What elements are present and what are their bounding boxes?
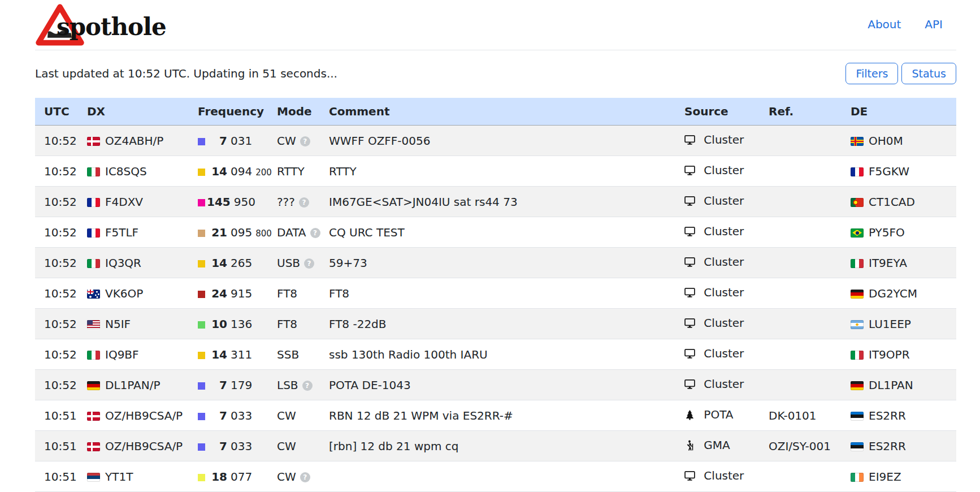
nav-link-api[interactable]: API [925,18,943,31]
nav-link-about[interactable]: About [868,18,901,31]
mode-help-icon[interactable]: ? [304,258,314,269]
dx-callsign[interactable]: DL1PAN/P [105,378,161,392]
flag-fr-icon [851,167,864,176]
ref-cell [764,248,846,278]
dx-callsign[interactable]: IQ9BF [105,348,139,361]
de-callsign[interactable]: DL1PAN [869,378,913,392]
de-callsign[interactable]: CT1CAD [869,195,915,209]
mode-help-icon[interactable]: ? [299,197,309,208]
de-callsign[interactable]: ES2RR [869,439,906,453]
frequency-khz: 033 [231,439,252,453]
source-label: Cluster [704,163,744,177]
ref-cell [764,156,846,187]
de-callsign[interactable]: F5GKW [869,165,909,178]
dx-cell: F4DXV [83,187,193,217]
source-label: GMA [704,438,730,452]
table-row: 10:51 YT1T 18077 CW? Cluster [35,461,956,492]
flag-dk-icon [87,412,100,421]
table-header-row: UTC DX Frequency Mode Comment Source Ref… [35,98,956,126]
dx-callsign[interactable]: F4DXV [105,195,143,209]
monitor-icon [684,196,695,209]
utc-cell: 10:52 [35,309,83,339]
dx-callsign[interactable]: IC8SQS [105,165,147,178]
de-cell: DL1PAN [846,370,956,400]
de-callsign[interactable]: ES2RR [869,409,906,422]
de-callsign[interactable]: OH0M [869,134,903,148]
page: spothole About API Last updated at 10:52… [35,0,956,492]
frequency-mhz: 18 [207,470,227,484]
band-color-swatch [198,474,205,481]
source-label: Cluster [704,255,744,269]
frequency-khz: 265 [231,256,252,270]
hiker-icon [684,440,695,454]
action-buttons: Filters Status [845,63,956,84]
dx-callsign[interactable]: F5TLF [105,226,138,239]
mode-help-icon[interactable]: ? [302,381,313,391]
dx-cell: IC8SQS [83,156,193,187]
dx-callsign[interactable]: IQ3QR [105,256,141,270]
de-callsign[interactable]: EI9EZ [869,470,901,484]
frequency-khz: 915 [231,287,252,300]
band-color-swatch [198,169,205,176]
header-source: Source [680,98,764,126]
frequency-mhz: 10 [207,317,227,331]
table-row: 10:51 OZ/HB9CSA/P 7033 CW [rbn] 12 db 21… [35,431,956,461]
dx-callsign[interactable]: OZ4ABH/P [105,134,163,148]
frequency-khz: 179 [231,378,252,392]
table-row: 10:52 IQ9BF 14311 SSB ssb 130th Radio 10… [35,339,956,370]
header-dx: DX [83,98,193,126]
de-callsign[interactable]: PY5FO [869,226,905,239]
dx-cell: OZ4ABH/P [83,126,193,156]
comment-cell: FT8 -22dB [324,309,680,339]
table-row: 10:51 OZ/HB9CSA/P 7033 CW RBN 12 dB 21 W… [35,400,956,431]
mode-label: LSB [277,378,298,392]
monitor-icon [684,379,695,392]
header-de: DE [846,98,956,126]
de-callsign[interactable]: LU1EEP [869,317,911,331]
frequency-mhz: 7 [207,409,227,422]
utc-cell: 10:52 [35,339,83,370]
de-callsign[interactable]: IT9OPR [869,348,910,361]
utc-cell: 10:51 [35,400,83,431]
band-color-swatch [198,291,205,298]
comment-cell: [rbn] 12 db 21 wpm cq [324,431,680,461]
dx-callsign[interactable]: VK6OP [105,287,143,300]
flag-br-icon [851,228,864,238]
dx-cell: IQ9BF [83,339,193,370]
table-row: 10:52 IQ3QR 14265 USB? 59+73 Cluster [35,248,956,278]
header-ref: Ref. [764,98,846,126]
spots-table: UTC DX Frequency Mode Comment Source Ref… [35,98,956,492]
ref-cell [764,309,846,339]
source-cell: Cluster [680,126,764,156]
source-label: Cluster [704,225,744,238]
frequency-cell: 14311 [193,339,272,370]
mode-cell: CW [272,400,324,431]
de-callsign[interactable]: IT9EYA [869,256,907,270]
mode-help-icon[interactable]: ? [310,228,320,238]
frequency-khz: 950 [234,195,255,209]
mode-help-icon[interactable]: ? [300,136,310,146]
status-button[interactable]: Status [901,63,956,84]
ref-cell [764,461,846,492]
table-row: 10:52 VK6OP 24915 FT8 FT8 Cluster [35,278,956,309]
filters-button[interactable]: Filters [845,63,898,84]
de-cell: LU1EEP [846,309,956,339]
frequency-cell: 7033 [193,400,272,431]
frequency-khz: 031 [231,134,252,148]
de-cell: CT1CAD [846,187,956,217]
source-label: Cluster [704,316,744,330]
table-row: 10:52 DL1PAN/P 7179 LSB? POTA DE-1043 Cl… [35,370,956,400]
comment-cell: RBN 12 dB 21 WPM via ES2RR-# [324,400,680,431]
dx-callsign[interactable]: YT1T [105,470,133,484]
dx-callsign[interactable]: N5IF [105,317,131,331]
mode-help-icon[interactable]: ? [300,472,310,482]
flag-de-icon [851,381,864,390]
dx-callsign[interactable]: OZ/HB9CSA/P [105,439,183,453]
frequency-mhz: 14 [207,348,227,361]
dx-callsign[interactable]: OZ/HB9CSA/P [105,409,183,422]
brand-logo[interactable]: spothole [35,2,166,46]
de-callsign[interactable]: DG2YCM [869,287,917,300]
monitor-icon [684,471,695,484]
de-cell: ES2RR [846,431,956,461]
utc-cell: 10:52 [35,187,83,217]
